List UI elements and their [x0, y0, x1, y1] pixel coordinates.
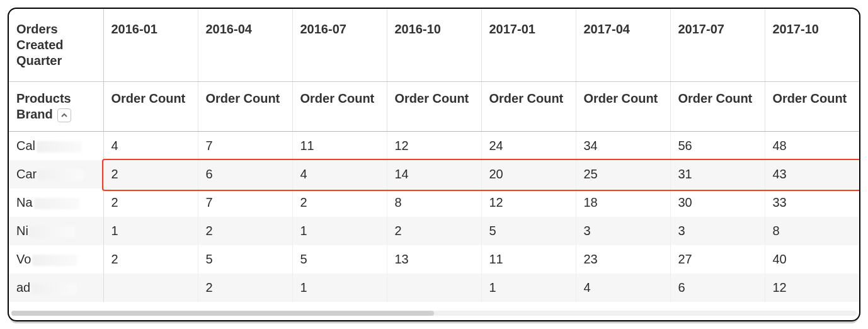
value-cell[interactable]: 2: [198, 274, 292, 302]
redacted-text: [31, 283, 77, 294]
value-cell[interactable]: 2: [103, 245, 198, 274]
sort-asc-button[interactable]: [57, 108, 71, 122]
value-cell[interactable]: 56: [670, 132, 765, 161]
measure-header[interactable]: Order Count: [198, 82, 292, 132]
measure-header[interactable]: Order Count: [481, 82, 576, 132]
value-cell[interactable]: 11: [481, 245, 576, 274]
value-cell[interactable]: 40: [765, 245, 859, 274]
value-cell[interactable]: 20: [481, 160, 576, 188]
table-row[interactable]: Na272812183033: [9, 188, 859, 217]
redacted-text: [32, 255, 77, 266]
table-row[interactable]: Vo2551311232740: [9, 245, 859, 274]
value-cell[interactable]: 2: [387, 217, 481, 245]
value-cell[interactable]: 6: [670, 274, 765, 302]
scrollbar-thumb[interactable]: [11, 311, 434, 316]
value-cell[interactable]: 1: [481, 274, 576, 302]
brand-name-visible-prefix: Car: [16, 167, 37, 181]
quarter-header[interactable]: 2016-04: [198, 9, 292, 82]
value-cell[interactable]: 7: [198, 188, 292, 217]
measure-header[interactable]: Order Count: [387, 82, 481, 132]
quarter-header[interactable]: 2016-01: [103, 9, 198, 82]
value-cell[interactable]: 4: [292, 160, 387, 188]
quarter-header[interactable]: 2017-04: [576, 9, 670, 82]
quarter-header[interactable]: 2016-07: [292, 9, 387, 82]
header-row-measure: Products Brand Order Count Order Count O…: [9, 82, 859, 132]
value-cell[interactable]: [387, 274, 481, 302]
brand-name-visible-prefix: Ni: [16, 224, 28, 238]
value-cell[interactable]: 8: [765, 217, 859, 245]
table-row[interactable]: Cal47111224345648: [9, 132, 859, 161]
value-cell[interactable]: 1: [292, 274, 387, 302]
redacted-text: [34, 198, 79, 209]
redacted-text: [37, 141, 82, 153]
value-cell[interactable]: 2: [103, 188, 198, 217]
horizontal-scrollbar[interactable]: [9, 309, 859, 320]
table-row[interactable]: ad2114612: [9, 274, 859, 302]
value-cell[interactable]: 5: [481, 217, 576, 245]
value-cell[interactable]: 30: [670, 188, 765, 217]
quarter-header[interactable]: 2016-10: [387, 9, 481, 82]
value-cell[interactable]: 8: [387, 188, 481, 217]
value-cell[interactable]: 33: [765, 188, 859, 217]
brand-cell[interactable]: Cal: [9, 132, 103, 161]
pivot-table-card: Orders Created Quarter 2016-01 2016-04 2…: [8, 8, 860, 321]
value-cell[interactable]: 1: [292, 217, 387, 245]
value-cell[interactable]: 34: [576, 132, 670, 161]
value-cell[interactable]: 48: [765, 132, 859, 161]
value-cell[interactable]: 14: [387, 160, 481, 188]
measure-header[interactable]: Order Count: [292, 82, 387, 132]
brand-cell[interactable]: Vo: [9, 245, 103, 274]
measure-header[interactable]: Order Count: [103, 82, 198, 132]
brand-cell[interactable]: Car: [9, 160, 103, 188]
value-cell[interactable]: 12: [765, 274, 859, 302]
redacted-text: [30, 226, 75, 238]
measure-header[interactable]: Order Count: [670, 82, 765, 132]
value-cell[interactable]: 2: [292, 188, 387, 217]
redacted-text: [38, 170, 83, 181]
brand-name-visible-prefix: Cal: [16, 139, 35, 153]
table-row[interactable]: Car2641420253143: [9, 160, 859, 188]
value-cell[interactable]: [103, 274, 198, 302]
brand-name-visible-prefix: Vo: [16, 252, 31, 266]
pivot-dimension-header[interactable]: Orders Created Quarter: [9, 9, 103, 82]
brand-name-visible-prefix: Na: [16, 195, 33, 209]
value-cell[interactable]: 31: [670, 160, 765, 188]
value-cell[interactable]: 24: [481, 132, 576, 161]
scrollbar-track: [11, 311, 857, 316]
value-cell[interactable]: 12: [481, 188, 576, 217]
value-cell[interactable]: 43: [765, 160, 859, 188]
quarter-header[interactable]: 2017-07: [670, 9, 765, 82]
value-cell[interactable]: 3: [670, 217, 765, 245]
value-cell[interactable]: 6: [198, 160, 292, 188]
row-dimension-header[interactable]: Products Brand: [9, 82, 103, 132]
value-cell[interactable]: 2: [103, 160, 198, 188]
value-cell[interactable]: 23: [576, 245, 670, 274]
value-cell[interactable]: 4: [103, 132, 198, 161]
header-row-quarters: Orders Created Quarter 2016-01 2016-04 2…: [9, 9, 859, 82]
value-cell[interactable]: 7: [198, 132, 292, 161]
value-cell[interactable]: 1: [103, 217, 198, 245]
measure-header[interactable]: Order Count: [765, 82, 859, 132]
brand-cell[interactable]: Ni: [9, 217, 103, 245]
table-scroll-area: Orders Created Quarter 2016-01 2016-04 2…: [9, 9, 859, 309]
value-cell[interactable]: 5: [292, 245, 387, 274]
brand-name-visible-prefix: ad: [16, 280, 30, 294]
table-row[interactable]: Ni12125338: [9, 217, 859, 245]
pivot-table: Orders Created Quarter 2016-01 2016-04 2…: [9, 9, 859, 302]
brand-cell[interactable]: ad: [9, 274, 103, 302]
value-cell[interactable]: 5: [198, 245, 292, 274]
chevron-up-icon: [61, 112, 67, 118]
value-cell[interactable]: 13: [387, 245, 481, 274]
value-cell[interactable]: 12: [387, 132, 481, 161]
value-cell[interactable]: 18: [576, 188, 670, 217]
measure-header[interactable]: Order Count: [576, 82, 670, 132]
value-cell[interactable]: 11: [292, 132, 387, 161]
value-cell[interactable]: 2: [198, 217, 292, 245]
quarter-header[interactable]: 2017-10: [765, 9, 859, 82]
quarter-header[interactable]: 2017-01: [481, 9, 576, 82]
value-cell[interactable]: 25: [576, 160, 670, 188]
value-cell[interactable]: 3: [576, 217, 670, 245]
brand-cell[interactable]: Na: [9, 188, 103, 217]
value-cell[interactable]: 27: [670, 245, 765, 274]
value-cell[interactable]: 4: [576, 274, 670, 302]
